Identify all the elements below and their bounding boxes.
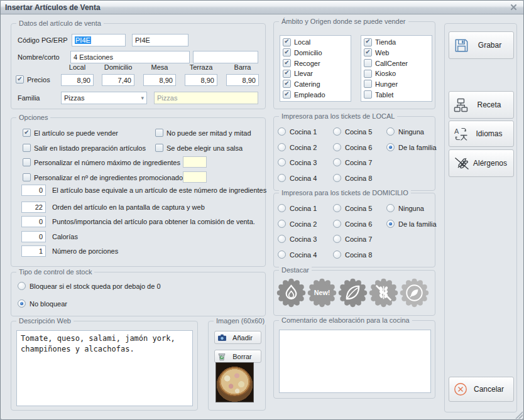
checkbox-listado-preparacion[interactable]: Salir en listado preparación artículos [23,144,146,152]
radio-label: Cocina 8 [345,175,372,182]
max-ingredientes-input[interactable] [183,156,207,168]
delete-image-button[interactable]: Borrar [214,350,261,363]
close-button[interactable] [508,3,519,13]
precios-checkbox[interactable]: ✔ Precios [16,75,50,83]
orden-articulo-input[interactable] [21,202,46,213]
comentario-cocina-textarea[interactable] [279,330,431,393]
calorias-label: Calorías [52,233,78,240]
puntos-comision-label: Puntos/importancia del artículo para obt… [52,218,255,225]
checkbox-empleado[interactable]: ✔Empleado [283,90,348,99]
checkbox-label: Web [375,49,389,57]
vegetarian-badge[interactable] [338,278,368,308]
porciones-label: Número de porciones [52,247,118,255]
checkbox-recoger[interactable]: ✔Recoger [283,59,348,67]
languages-button[interactable]: A Idiomas [449,121,514,147]
familia-dropdown[interactable]: Pizzas ▾ [61,92,147,104]
checkbox-label: Local [294,38,310,46]
new-badge[interactable]: New! [307,278,337,308]
nombre-corto-input[interactable] [193,51,258,63]
checkbox-no-mitad-y-mitad[interactable]: No puede ser mitad y mitad [155,129,251,137]
checkbox-hunger[interactable]: Hunger [364,80,429,88]
radio-dom-cocina-2[interactable]: Cocina 2 [278,220,317,228]
group-comentario-cocina: Comentario de elaboración para la cocina [273,320,435,399]
radio-local-cocina-7[interactable]: Cocina 7 [333,158,372,166]
cancel-button[interactable]: Cancelar [449,377,514,402]
vegan-badge[interactable] [400,278,429,308]
familia-selected-value: Pizzas [64,94,84,102]
checkbox-catering[interactable]: ✔Catering [283,80,348,88]
price-barra-input[interactable] [226,74,259,86]
checkbox-tablet[interactable]: Tablet [364,90,429,99]
checkbox-icon [155,144,163,152]
checkbox-domicilio[interactable]: ✔Domicilio [283,48,348,57]
checkbox-ingredientes-promocionados[interactable]: Personalizar el nº de ingredientes promo… [23,173,187,181]
codigo-pg-erp-label: Código PG/ERP [18,36,67,44]
checkbox-label: Catering [294,80,320,88]
radio-dom-cocina-1[interactable]: Cocina 1 [278,204,317,212]
gluten-free-badge[interactable] [369,278,398,308]
checkbox-max-ingredientes[interactable]: Personalizar el número máximo de ingredi… [23,158,180,166]
radio-dom-cocina-6[interactable]: Cocina 6 [333,220,372,228]
radio-dom-cocina-3[interactable]: Cocina 3 [278,235,317,243]
checkbox-label: CallCenter [375,60,408,67]
articulo-base-input[interactable] [21,185,46,196]
radio-local-de-la-familia[interactable]: De la familia [386,143,437,151]
price-local-input[interactable] [61,74,94,86]
radio-local-cocina-2[interactable]: Cocina 2 [278,143,317,151]
radio-label: Cocina 2 [290,144,317,151]
title-bar[interactable]: Insertar Artículos de Venta [1,1,523,14]
radio-label: Cocina 1 [290,128,317,136]
radio-local-ninguna[interactable]: Ninguna [386,127,424,136]
save-button[interactable]: Grabar [449,31,514,59]
radio-dom-ninguna[interactable]: Ninguna [386,204,424,212]
radio-no-bloquear[interactable]: No bloquear [18,299,67,308]
checkbox-local[interactable]: ✔Local [283,38,348,46]
radio-dom-cocina-5[interactable]: Cocina 5 [333,204,372,212]
radio-icon [386,220,395,228]
spicy-badge[interactable] [276,278,306,308]
radio-label: Ninguna [398,205,424,212]
calorias-input[interactable] [21,231,46,242]
checkbox-kiosko[interactable]: Kiosko [364,70,429,78]
recipe-button[interactable]: Receta [449,91,514,119]
checkbox-web[interactable]: ✔Web [364,48,429,57]
checkbox-tienda[interactable]: ✔Tienda [364,38,429,46]
radio-local-cocina-5[interactable]: Cocina 5 [333,127,372,136]
checkbox-callcenter[interactable]: CallCenter [364,59,429,67]
radio-dom-cocina-4[interactable]: Cocina 4 [278,250,317,259]
codigo-erp-secondary-input[interactable] [132,34,188,46]
radio-local-cocina-4[interactable]: Cocina 4 [278,174,317,182]
price-mesa-input[interactable] [143,74,176,86]
checkbox-label: Se debe elegir una salsa [166,144,243,152]
checkbox-se-puede-vender[interactable]: ✔ El artículo se puede vender [23,129,118,137]
radio-dom-cocina-8[interactable]: Cocina 8 [333,250,372,259]
radio-dom-de-la-familia[interactable]: De la familia [386,220,437,228]
resize-grip[interactable] [515,411,523,419]
descripcion-web-textarea[interactable]: Tomate, queso, salami, jamón york, champ… [16,330,193,406]
price-terraza-input[interactable] [185,74,217,86]
radio-local-cocina-8[interactable]: Cocina 8 [333,174,372,182]
radio-local-cocina-1[interactable]: Cocina 1 [278,127,317,136]
allergens-button[interactable]: Alérgenos [449,149,514,177]
add-image-button[interactable]: Añadir [214,331,261,344]
radio-local-cocina-3[interactable]: Cocina 3 [278,158,317,166]
familia-readonly-field [154,92,258,104]
radio-label: Cocina 4 [290,175,317,182]
dialog-window: Insertar Artículos de Venta Datos del ar… [0,0,524,420]
group-legend: Destacar [279,266,312,274]
checkbox-icon: ✔ [364,48,372,57]
porciones-input[interactable] [21,245,46,257]
checkbox-elegir-salsa[interactable]: Se debe elegir una salsa [155,144,243,152]
radio-icon [278,220,286,228]
radio-local-cocina-6[interactable]: Cocina 6 [333,143,372,151]
codigo-pg-erp-input[interactable]: PI4E [72,34,126,46]
puntos-comision-input[interactable] [21,216,46,227]
radio-bloquear-stock[interactable]: Bloquear si el stock queda por debajo de… [18,282,161,290]
checkbox-llevar[interactable]: ✔Llevar [283,70,348,78]
delete-image-label: Borrar [226,353,258,360]
price-domicilio-input[interactable] [102,74,134,86]
nombre-input[interactable] [70,51,190,63]
article-image-pizza[interactable] [216,362,254,402]
ingredientes-promocionados-input[interactable] [183,171,207,183]
radio-dom-cocina-7[interactable]: Cocina 7 [333,235,372,243]
